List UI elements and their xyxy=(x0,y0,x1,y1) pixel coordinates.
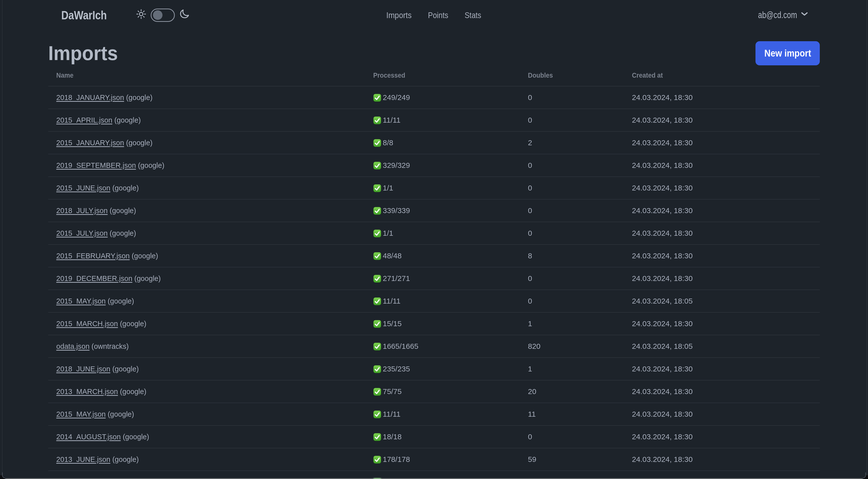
cell-doubles: 0 xyxy=(520,471,624,479)
table-row: 2015_FEBRUARY.json (google) 48/48 8 24.0… xyxy=(48,244,820,267)
cell-created-at: 24.03.2024, 18:05 xyxy=(624,335,820,358)
import-source: (google) xyxy=(138,161,164,169)
column-header-processed: Processed xyxy=(365,64,520,86)
check-mark-icon xyxy=(373,230,381,238)
table-row: 2013_MARCH.json (google) 75/75 20 24.03.… xyxy=(48,380,820,403)
cell-name: 2015_FEBRUARY.json (google) xyxy=(48,244,365,267)
table-row: 2014_MARCH.json (google) 20/20 0 24.03.2… xyxy=(48,471,820,479)
brand-logo[interactable]: DaWarIch xyxy=(61,0,117,30)
table-row: 2015_JULY.json (google) 1/1 0 24.03.2024… xyxy=(48,222,820,244)
navbar: DaWarIch Imports Points Stats ab@cd.com xyxy=(0,0,868,30)
import-file-link[interactable]: 2015_MAY.json xyxy=(56,297,106,305)
import-file-link[interactable]: 2015_JULY.json xyxy=(56,229,108,237)
cell-name: 2014_MARCH.json (google) xyxy=(48,471,365,479)
nav-link-stats[interactable]: Stats xyxy=(465,0,484,30)
import-file-link[interactable]: 2015_JUNE.json xyxy=(56,184,110,192)
table-row: 2018_JULY.json (google) 339/339 0 24.03.… xyxy=(48,199,820,222)
cell-created-at: 24.03.2024, 18:30 xyxy=(624,86,820,109)
import-file-link[interactable]: 2015_FEBRUARY.json xyxy=(56,251,130,260)
table-row: 2019_DECEMBER.json (google) 271/271 0 24… xyxy=(48,267,820,290)
processed-count: 271/271 xyxy=(383,274,410,282)
import-file-link[interactable]: 2015_JANUARY.json xyxy=(56,139,124,147)
cell-name: odata.json (owntracks) xyxy=(48,335,365,358)
chevron-down-icon xyxy=(801,10,808,17)
import-file-link[interactable]: odata.json xyxy=(56,342,89,350)
check-mark-icon xyxy=(373,433,381,441)
import-file-link[interactable]: 2019_DECEMBER.json xyxy=(56,274,132,282)
check-mark-icon xyxy=(373,207,381,215)
table-row: 2018_JANUARY.json (google) 249/249 0 24.… xyxy=(48,86,820,109)
cell-name: 2013_MARCH.json (google) xyxy=(48,380,365,403)
table-row: 2015_JANUARY.json (google) 8/8 2 24.03.2… xyxy=(48,131,820,154)
cell-doubles: 0 xyxy=(520,86,624,109)
import-file-link[interactable]: 2015_MARCH.json xyxy=(56,320,118,328)
nav-link-points[interactable]: Points xyxy=(428,0,452,30)
table-row: 2015_MAY.json (google) 11/11 11 24.03.20… xyxy=(48,403,820,425)
processed-count: 15/15 xyxy=(383,320,402,328)
import-file-link[interactable]: 2018_JULY.json xyxy=(56,206,108,215)
table-row: 2015_JUNE.json (google) 1/1 0 24.03.2024… xyxy=(48,177,820,199)
cell-processed: 11/11 xyxy=(365,403,520,425)
processed-count: 11/11 xyxy=(383,297,401,305)
import-file-link[interactable]: 2014_AUGUST.json xyxy=(56,432,121,441)
window-corner-bottom-left xyxy=(0,473,10,479)
cell-created-at: 24.03.2024, 18:30 xyxy=(624,177,820,199)
column-header-name: Name xyxy=(48,64,365,86)
processed-count: 18/18 xyxy=(383,432,402,441)
cell-doubles: 0 xyxy=(520,290,624,312)
window-edge-right xyxy=(867,0,867,479)
processed-count: 249/249 xyxy=(383,93,410,101)
cell-doubles: 11 xyxy=(520,403,624,425)
cell-doubles: 2 xyxy=(520,131,624,154)
cell-created-at: 24.03.2024, 18:30 xyxy=(624,267,820,290)
table-row: 2015_APRIL.json (google) 11/11 0 24.03.2… xyxy=(48,109,820,131)
cell-doubles: 59 xyxy=(520,448,624,471)
check-mark-icon xyxy=(373,184,381,192)
cell-created-at: 24.03.2024, 18:30 xyxy=(624,403,820,425)
cell-created-at: 24.03.2024, 18:30 xyxy=(624,380,820,403)
cell-processed: 178/178 xyxy=(365,448,520,471)
import-source: (google) xyxy=(110,229,136,237)
user-menu[interactable]: ab@cd.com xyxy=(749,0,808,30)
cell-created-at: 24.03.2024, 18:30 xyxy=(624,448,820,471)
cell-created-at: 24.03.2024, 18:30 xyxy=(624,154,820,177)
import-file-link[interactable]: 2015_APRIL.json xyxy=(56,116,112,124)
cell-processed: 339/339 xyxy=(365,199,520,222)
sun-icon xyxy=(135,8,147,20)
cell-doubles: 820 xyxy=(520,335,624,358)
cell-doubles: 0 xyxy=(520,267,624,290)
processed-count: 11/11 xyxy=(383,116,401,124)
cell-created-at: 24.03.2024, 18:30 xyxy=(624,244,820,267)
cell-created-at: 24.03.2024, 18:30 xyxy=(624,222,820,244)
cell-processed: 48/48 xyxy=(365,244,520,267)
import-source: (google) xyxy=(132,251,158,260)
import-source: (google) xyxy=(114,116,141,124)
cell-created-at: 24.03.2024, 18:30 xyxy=(624,109,820,131)
import-file-link[interactable]: 2018_JANUARY.json xyxy=(56,93,124,101)
cell-processed: 329/329 xyxy=(365,154,520,177)
cell-processed: 15/15 xyxy=(365,312,520,335)
cell-created-at: 24.03.2024, 18:30 xyxy=(624,425,820,448)
cell-name: 2014_AUGUST.json (google) xyxy=(48,425,365,448)
cell-name: 2018_JULY.json (google) xyxy=(48,199,365,222)
import-file-link[interactable]: 2015_MAY.json xyxy=(56,410,106,418)
cell-name: 2019_SEPTEMBER.json (google) xyxy=(48,154,365,177)
check-mark-icon xyxy=(373,342,381,351)
check-mark-icon xyxy=(373,388,381,396)
import-file-link[interactable]: 2019_SEPTEMBER.json xyxy=(56,161,136,169)
import-source: (google) xyxy=(120,320,146,328)
theme-toggle[interactable] xyxy=(151,8,175,22)
import-source: (google) xyxy=(126,93,152,101)
new-import-button[interactable]: New import xyxy=(755,41,820,65)
cell-created-at: 24.03.2024, 18:30 xyxy=(624,312,820,335)
import-file-link[interactable]: 2013_JUNE.json xyxy=(56,455,110,463)
cell-doubles: 0 xyxy=(520,109,624,131)
cell-created-at: 24.03.2024, 18:30 xyxy=(624,358,820,380)
cell-processed: 271/271 xyxy=(365,267,520,290)
nav-link-imports[interactable]: Imports xyxy=(386,0,415,30)
column-header-doubles: Doubles xyxy=(520,64,624,86)
import-file-link[interactable]: 2018_JUNE.json xyxy=(56,365,110,373)
import-file-link[interactable]: 2013_MARCH.json xyxy=(56,387,118,395)
cell-name: 2015_JUNE.json (google) xyxy=(48,177,365,199)
imports-table: Name Processed Doubles Created at 2018_J… xyxy=(48,64,820,479)
